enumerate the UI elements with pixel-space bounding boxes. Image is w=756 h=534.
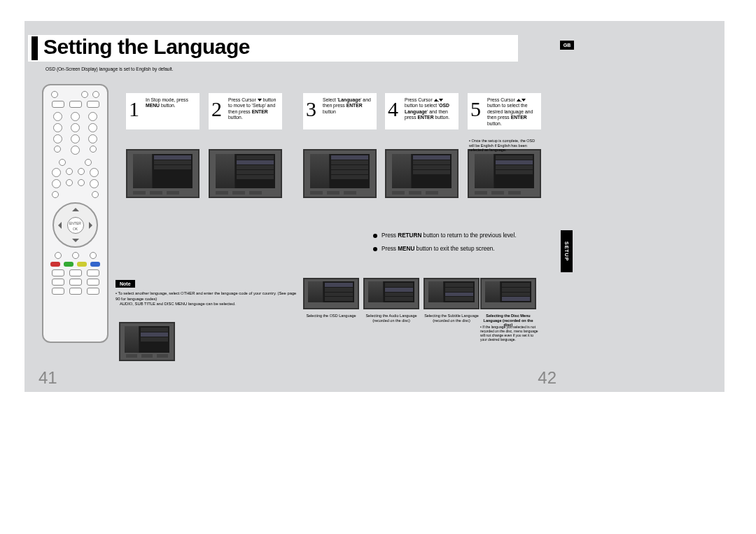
cursor-up-icon [517,99,521,101]
region-badge: GB [560,41,574,50]
step-text: In Stop mode, press MENU button. [146,97,197,109]
bottom-step: Selecting the Audio Language (recorded o… [363,278,419,323]
step-number: 4 [388,97,398,121]
screenshot-thumb [363,278,419,309]
screenshot-thumb [385,149,458,198]
info-line: Press MENU button to exit the setup scre… [382,246,495,252]
step-number: 2 [211,97,222,121]
bottom-label: Selecting the Subtitle Language (recorde… [424,314,479,323]
screenshot-thumb [480,278,536,309]
page-number-right: 42 [538,368,556,388]
page-title: Setting the Language [43,35,250,59]
screenshot-thumb [468,149,541,198]
step-text: Press Cursor , button to select 'OSD Lan… [405,97,456,121]
bottom-label: Selecting the Audio Language (recorded o… [363,314,419,323]
bottom-label: Selecting the OSD Language [303,314,359,318]
step-4: 4Press Cursor , button to select 'OSD La… [385,93,458,198]
title-bar: Setting the Language [28,35,518,62]
cursor-up-icon [434,99,438,101]
step-number: 1 [129,97,139,121]
step-text: Press Cursor button to move to 'Setup' a… [228,97,279,121]
info-line: Press RETURN button to return to the pre… [382,232,517,239]
note-badge: Note [115,280,135,288]
step5-note: • Once the setup is complete, the OSD wi… [469,139,539,153]
screenshot-thumb [209,149,282,198]
remote-control-illustration: ENTER OK [42,84,108,343]
page-number-left: 41 [38,368,57,388]
step-number: 3 [306,97,316,121]
setup-tab: SETUP [561,230,573,272]
note-bullet: AUDIO, SUB TITLE and DISC MENU language … [120,302,298,307]
cursor-down-icon [258,99,262,101]
bottom-step: Selecting the OSD Language [303,278,359,318]
cursor-down-icon [439,99,443,101]
bottom-step: Selecting the Disc Menu Language (record… [480,278,536,328]
cursor-down-icon [72,239,79,246]
screenshot-thumb [119,322,175,361]
bullet-icon [373,234,377,238]
cursor-left-icon [55,222,62,229]
note-text: • To select another language, select OTH… [115,291,298,307]
screenshot-thumb [126,149,200,198]
manual-page-spread: Setting the Language OSD (On-Screen Disp… [0,0,756,534]
step-number: 5 [470,97,481,121]
remote-enter-button: ENTER OK [67,217,84,234]
bottom-note: • If the language you selected is not re… [480,325,540,342]
step-text: Select 'Language' and then press ENTER b… [323,97,374,115]
info-block: Press RETURN button to return to the pre… [373,232,569,259]
bullet-icon [373,247,377,251]
cursor-right-icon [89,222,96,229]
step-2: 2Press Cursor button to move to 'Setup' … [209,93,282,198]
screenshot-thumb [303,278,359,309]
remote-dpad: ENTER OK [52,202,98,248]
page-subtitle: OSD (On-Screen Display) language is set … [46,66,173,71]
note-bullet: • To select another language, select OTH… [115,291,298,302]
screenshot-thumb [424,278,479,309]
step-3: 3Select 'Language' and then press ENTER … [303,93,377,198]
bottom-step: Selecting the Subtitle Language (recorde… [424,278,479,323]
cursor-down-icon [522,99,526,101]
page-background: Setting the Language OSD (On-Screen Disp… [24,21,724,392]
cursor-up-icon [72,204,79,211]
screenshot-thumb [303,149,377,198]
step-1: 1In Stop mode, press MENU button. [126,93,200,198]
step-text: Press Cursor , button to select the desi… [487,97,538,127]
